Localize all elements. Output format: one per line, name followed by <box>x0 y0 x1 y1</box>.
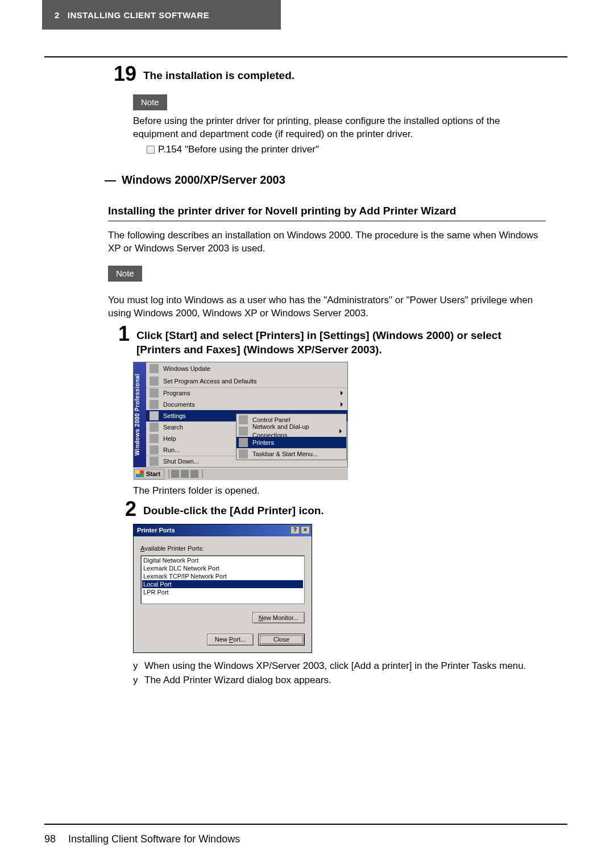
windows-update-icon <box>150 364 159 373</box>
note-ref-row: P.154 "Before using the printer driver" <box>133 143 546 156</box>
label: Run... <box>163 446 180 454</box>
list-item[interactable]: Lexmark DLC Network Port <box>142 564 303 572</box>
footer-title: Installing Client Software for Windows <box>68 833 240 845</box>
run-icon <box>150 445 159 454</box>
bullet-row: y The Add Printer Wizard dialog box appe… <box>133 674 546 687</box>
printers-icon <box>239 438 248 447</box>
menu-item-documents[interactable]: Documents <box>146 399 347 410</box>
start-button[interactable]: Start <box>134 469 164 480</box>
label: Windows Update <box>163 365 210 373</box>
tray-icon[interactable] <box>190 470 198 478</box>
content-area: 19 The installation is completed. Note B… <box>108 66 546 688</box>
section-title: Windows 2000/XP/Server 2003 <box>122 172 285 188</box>
new-port-button[interactable]: New Port... <box>207 634 254 646</box>
tray-icon[interactable] <box>171 470 179 478</box>
chapter-header: 2 INSTALLING CLIENT SOFTWARE <box>42 0 281 30</box>
mnemonic: N <box>259 614 263 621</box>
bullet-row: y When using the Windows XP/Server 2003,… <box>133 660 546 673</box>
section-heading: — Windows 2000/XP/Server 2003 <box>105 172 546 188</box>
step-1-after: The Printers folder is opened. <box>133 485 546 498</box>
note-text: Before using the printer driver for prin… <box>133 115 546 141</box>
note-text-2: You must log into Windows as a user who … <box>108 294 546 320</box>
taskbar: Start <box>133 468 348 480</box>
label: Programs <box>163 389 190 398</box>
control-panel-icon <box>239 415 248 424</box>
page: 2 INSTALLING CLIENT SOFTWARE 19 The inst… <box>0 0 614 868</box>
button-row-2: New Port... Close <box>140 634 305 646</box>
available-ports-label: Available Printer Ports: <box>140 544 305 553</box>
bullet-mark: y <box>133 674 144 687</box>
start-label: Start <box>146 470 160 478</box>
step-title: Click [Start] and select [Printers] in [… <box>136 328 546 357</box>
documents-icon <box>150 400 159 409</box>
label-rest: vailable Printer Ports: <box>144 545 204 552</box>
help-button[interactable]: ? <box>291 526 300 534</box>
step-title: The installation is completed. <box>143 68 294 83</box>
close-button[interactable]: × <box>301 526 310 534</box>
windows-flag-icon <box>136 470 144 477</box>
chevron-right-icon <box>341 391 343 395</box>
settings-icon <box>150 411 159 420</box>
submenu-taskbar[interactable]: Taskbar & Start Menu... <box>237 448 346 460</box>
chapter-title: INSTALLING CLIENT SOFTWARE <box>68 10 209 20</box>
bullet-text: When using the Windows XP/Server 2003, c… <box>144 660 526 673</box>
step-19: 19 The installation is completed. <box>108 66 546 84</box>
subsection-intro: The following describes an installation … <box>108 229 546 255</box>
label: Taskbar & Start Menu... <box>252 450 318 458</box>
printer-ports-dialog: Printer Ports ? × Available Printer Port… <box>133 524 312 653</box>
dialog-titlebar: Printer Ports ? × <box>134 524 312 536</box>
subsection-title: Installing the printer driver for Novell… <box>108 204 546 221</box>
reference-icon <box>147 146 155 154</box>
step-2: 2 Double-click the [Add Printer] icon. <box>108 501 546 519</box>
pre: New <box>215 636 229 643</box>
start-menu-screenshot: Windows 2000 Professional Windows Update… <box>133 362 546 480</box>
bullet-mark: y <box>133 660 144 673</box>
label: Documents <box>163 400 195 409</box>
new-monitor-button[interactable]: New Monitor... <box>252 612 305 624</box>
footer: 98 Installing Client Software for Window… <box>44 833 240 845</box>
note-badge: Note <box>108 266 142 282</box>
search-icon <box>150 423 159 432</box>
programs-icon <box>150 388 159 398</box>
taskbar-separator <box>168 469 169 478</box>
dialog-title: Printer Ports <box>137 526 175 535</box>
list-item[interactable]: Digital Network Port <box>142 556 303 564</box>
submenu-network[interactable]: Network and Dial-up Connections <box>237 425 346 437</box>
taskbar-icon <box>239 449 248 458</box>
menu-item-programs[interactable]: Programs <box>146 387 347 399</box>
top-rule <box>44 56 567 57</box>
footer-rule <box>44 824 567 825</box>
chevron-right-icon <box>339 429 342 433</box>
step-title: Double-click the [Add Printer] icon. <box>143 503 324 518</box>
submenu-printers[interactable]: Printers <box>237 437 346 448</box>
note-badge: Note <box>133 94 167 110</box>
label: Settings <box>163 412 186 420</box>
close-dialog-button[interactable]: Close <box>258 634 305 646</box>
label: Help <box>163 435 176 443</box>
help-icon <box>150 434 159 443</box>
menu-item-windows-update[interactable]: Windows Update <box>146 362 347 375</box>
taskbar-separator <box>202 469 203 478</box>
list-item-selected[interactable]: Local Port <box>142 580 303 588</box>
program-access-icon <box>150 377 159 386</box>
start-menu-sideband: Windows 2000 Professional <box>134 362 146 467</box>
available-ports-listbox[interactable]: Digital Network Port Lexmark DLC Network… <box>140 555 305 604</box>
page-number: 98 <box>44 833 56 845</box>
list-item[interactable]: LPR Port <box>142 588 303 596</box>
note-ref: P.154 "Before using the printer driver" <box>158 143 319 156</box>
network-icon <box>239 427 248 436</box>
menu-item-program-access[interactable]: Set Program Access and Defaults <box>146 375 347 387</box>
label: Search <box>163 423 183 432</box>
label: Set Program Access and Defaults <box>163 377 256 386</box>
step-number: 19 <box>108 64 136 84</box>
label: Shut Down... <box>163 457 199 466</box>
step-number: 1 <box>108 324 130 344</box>
bullet-text: The Add Printer Wizard dialog box appear… <box>144 674 331 687</box>
list-item[interactable]: Lexmark TCP/IP Network Port <box>142 572 303 580</box>
section-prefix: — <box>105 172 116 188</box>
step-1: 1 Click [Start] and select [Printers] in… <box>108 326 546 357</box>
tray-icon[interactable] <box>181 470 189 478</box>
rest: ew Monitor... <box>263 614 298 621</box>
chapter-number: 2 <box>55 10 60 20</box>
settings-submenu: Control Panel Network and Dial-up Connec… <box>236 414 347 460</box>
